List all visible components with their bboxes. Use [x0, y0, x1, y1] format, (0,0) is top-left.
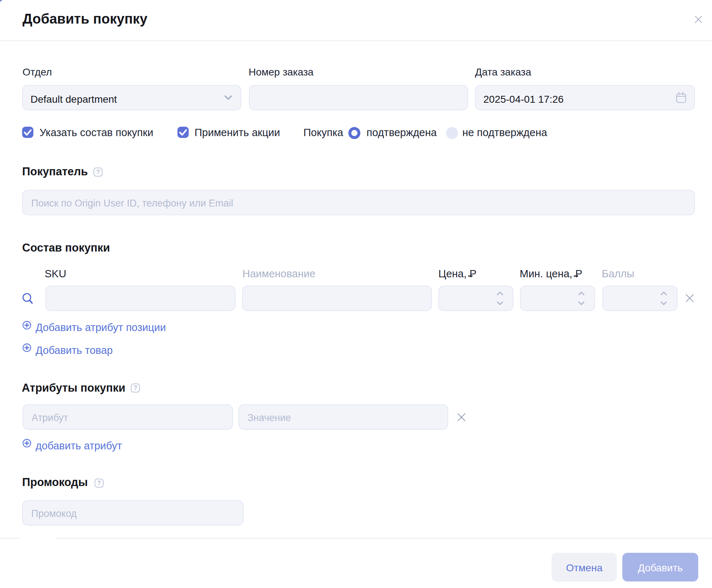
svg-text:?: ? [97, 479, 101, 487]
svg-text:?: ? [134, 384, 138, 392]
svg-text:?: ? [96, 168, 100, 176]
